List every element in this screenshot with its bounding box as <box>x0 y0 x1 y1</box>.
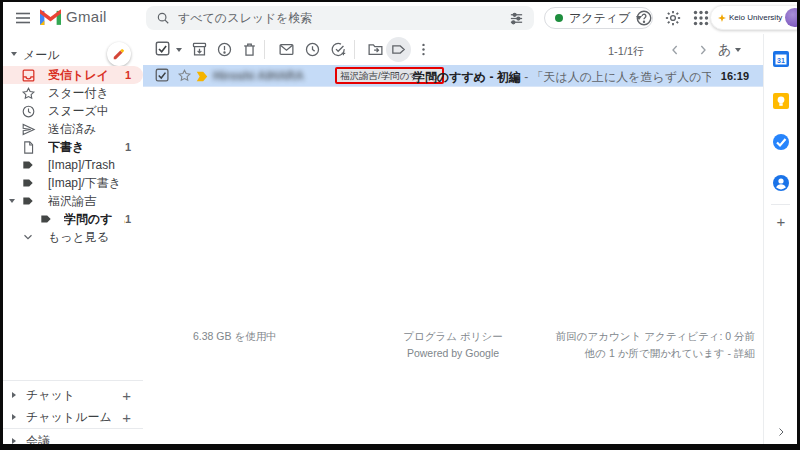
account-badge-label: Keio University <box>729 13 782 22</box>
draft-count: 1 <box>125 141 131 153</box>
side-panel: 31 + <box>763 34 797 444</box>
expand-chat-icon[interactable] <box>12 392 16 398</box>
add-to-tasks-icon[interactable] <box>330 41 347 58</box>
mail-content: 1-1/1行 あ Hiroshi AIHARA <box>143 34 763 444</box>
sidebar-item-imap-drafts[interactable]: [Imap]/下書き <box>3 174 143 192</box>
sidebar-item-label: [Imap]/下書き <box>48 175 143 192</box>
draft-icon <box>21 140 36 155</box>
input-tools-label: あ <box>718 41 731 59</box>
gmail-logo-text: Gmail <box>66 8 107 25</box>
hide-side-panel-icon[interactable] <box>775 424 787 436</box>
org-logo-icon <box>718 14 726 22</box>
calendar-icon[interactable]: 31 <box>772 50 790 68</box>
labels-button[interactable] <box>386 37 411 62</box>
sidebar-section-chat[interactable]: チャット + <box>3 386 143 404</box>
expand-rooms-icon[interactable] <box>12 414 16 420</box>
search-bar[interactable] <box>146 6 534 30</box>
tasks-icon[interactable] <box>772 133 790 151</box>
help-icon[interactable] <box>635 9 653 27</box>
label-icon <box>39 212 54 227</box>
label-icon <box>21 176 36 191</box>
star-icon[interactable] <box>177 68 192 83</box>
main-menu-icon[interactable] <box>14 9 32 27</box>
sidebar-item-label: もっと見る <box>48 229 143 246</box>
gmail-logo: Gmail <box>40 8 107 25</box>
email-subject-line: 学問のすすめ - 初編 - 「天は人の上に人を造らず人の下に人を造らず」と言え.… <box>413 69 711 86</box>
snooze-icon[interactable] <box>304 41 321 58</box>
divider <box>771 204 790 205</box>
sidebar-item-label: 福沢諭吉 <box>48 193 143 210</box>
sidebar-item-sent[interactable]: 送信済み <box>3 120 143 138</box>
open-locations-details[interactable]: 他の 1 か所で開かれています - 詳細 <box>556 347 755 361</box>
select-all-checkbox[interactable] <box>155 41 172 58</box>
divider <box>3 428 143 429</box>
row-checkbox[interactable] <box>155 68 170 83</box>
search-input[interactable] <box>178 11 503 25</box>
mail-section-label: メール <box>23 47 60 64</box>
sidebar-item-more[interactable]: もっと見る <box>3 228 143 246</box>
label-icon <box>21 158 36 173</box>
select-dropdown-icon[interactable] <box>176 48 182 52</box>
sidebar-item-snoozed[interactable]: スヌーズ中 <box>3 102 143 120</box>
account-badge[interactable]: Keio University <box>710 5 797 30</box>
chat-section-label: チャット <box>26 387 122 404</box>
apps-grid-icon[interactable] <box>692 9 710 27</box>
importance-marker-icon[interactable] <box>195 69 209 82</box>
unread-count: 1 <box>125 213 131 225</box>
mail-section-header[interactable]: メール <box>3 42 143 66</box>
sidebar-item-imap-trash[interactable]: [Imap]/Trash <box>3 156 143 174</box>
settings-gear-icon[interactable] <box>664 9 682 27</box>
rooms-section-label: チャットルーム <box>26 409 122 426</box>
search-icon[interactable] <box>156 11 170 25</box>
unread-count: 1 <box>125 69 131 81</box>
send-icon <box>21 122 36 137</box>
more-options-icon[interactable] <box>415 41 432 58</box>
older-page-icon[interactable] <box>695 42 711 58</box>
divider <box>264 40 265 59</box>
expand-meet-icon[interactable] <box>12 438 16 444</box>
sidebar-section-rooms[interactable]: チャットルーム + <box>3 408 143 426</box>
move-to-icon[interactable] <box>367 41 384 58</box>
sidebar-item-label: 学問のすゝめ <box>64 211 125 228</box>
mark-unread-icon[interactable] <box>278 41 295 58</box>
mail-toolbar: 1-1/1行 あ <box>143 37 763 63</box>
keep-icon[interactable] <box>772 92 790 110</box>
left-sidebar: メール 受信トレイ 1 スター付き スヌーズ中 <box>3 34 143 444</box>
sidebar-item-inbox[interactable]: 受信トレイ 1 <box>3 66 143 84</box>
divider <box>354 40 355 59</box>
star-icon <box>21 86 36 101</box>
new-chat-icon[interactable]: + <box>122 387 131 404</box>
sidebar-item-fukuzawa-label[interactable]: 福沢諭吉 <box>3 192 143 210</box>
header: Gmail アクティブ <box>3 2 797 34</box>
sidebar-section-meet[interactable]: 会議 <box>3 432 143 444</box>
sidebar-item-gakumon-label[interactable]: 学問のすゝめ 1 <box>3 210 143 228</box>
pagination-count: 1-1/1行 <box>608 44 644 59</box>
collapse-mail-icon[interactable] <box>11 52 17 56</box>
mail-footer: 6.38 GB を使用中 プログラム ポリシー Powered by Googl… <box>143 328 763 358</box>
sender-name-blurred: Hiroshi AIHARA <box>213 69 338 83</box>
email-row[interactable]: Hiroshi AIHARA 福沢諭吉/学問のすゝめ 学問のすすめ - 初編 -… <box>143 65 763 87</box>
active-status-dot <box>555 14 563 22</box>
report-spam-icon[interactable] <box>216 41 233 58</box>
compose-button[interactable] <box>107 42 131 66</box>
last-activity: 前回のアカウント アクティビティ: 0 分前 <box>556 330 755 344</box>
input-tools-button[interactable]: あ <box>718 41 741 59</box>
meet-section-label: 会議 <box>26 433 143 445</box>
sidebar-item-label: [Imap]/Trash <box>48 158 143 172</box>
avatar[interactable] <box>785 8 797 27</box>
status-label: アクティブ <box>569 10 630 27</box>
archive-icon[interactable] <box>191 41 208 58</box>
gmail-window: Gmail アクティブ <box>3 2 797 444</box>
divider <box>3 380 143 381</box>
get-addons-icon[interactable]: + <box>772 213 790 231</box>
newer-page-icon[interactable] <box>667 42 683 58</box>
gmail-m-icon <box>40 9 61 25</box>
sidebar-item-label: スヌーズ中 <box>48 103 143 120</box>
search-options-icon[interactable] <box>509 11 524 26</box>
sidebar-item-starred[interactable]: スター付き <box>3 84 143 102</box>
expand-label-icon[interactable] <box>9 199 15 203</box>
delete-icon[interactable] <box>241 41 258 58</box>
sidebar-item-drafts[interactable]: 下書き 1 <box>3 138 143 156</box>
contacts-icon[interactable] <box>772 174 790 192</box>
new-room-icon[interactable]: + <box>122 409 131 426</box>
